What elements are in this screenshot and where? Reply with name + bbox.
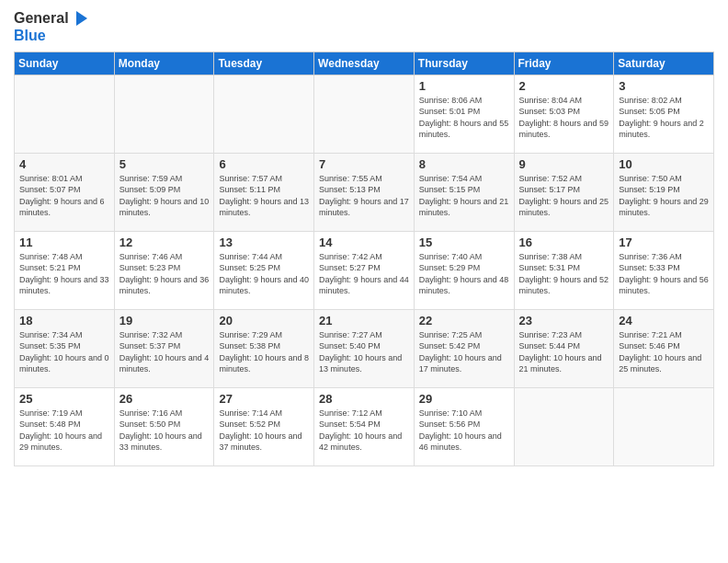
col-header-monday: Monday xyxy=(114,52,214,75)
day-cell xyxy=(314,75,415,153)
day-number: 1 xyxy=(419,79,509,93)
day-info: Sunrise: 7:10 AMSunset: 5:56 PMDaylight:… xyxy=(419,408,509,454)
day-info: Sunrise: 7:52 AMSunset: 5:17 PMDaylight:… xyxy=(519,173,609,219)
day-cell: 14Sunrise: 7:42 AMSunset: 5:27 PMDayligh… xyxy=(314,231,415,309)
day-number: 9 xyxy=(519,157,609,171)
day-info: Sunrise: 7:19 AMSunset: 5:48 PMDaylight:… xyxy=(19,408,109,454)
day-cell: 6Sunrise: 7:57 AMSunset: 5:11 PMDaylight… xyxy=(214,153,314,231)
day-number: 26 xyxy=(119,392,210,406)
day-info: Sunrise: 7:34 AMSunset: 5:35 PMDaylight:… xyxy=(19,329,109,375)
day-info: Sunrise: 7:16 AMSunset: 5:50 PMDaylight:… xyxy=(119,408,210,454)
day-info: Sunrise: 7:29 AMSunset: 5:38 PMDaylight:… xyxy=(219,329,309,375)
day-info: Sunrise: 8:02 AMSunset: 5:05 PMDaylight:… xyxy=(619,95,709,141)
week-row-5: 25Sunrise: 7:19 AMSunset: 5:48 PMDayligh… xyxy=(15,387,714,465)
day-cell: 20Sunrise: 7:29 AMSunset: 5:38 PMDayligh… xyxy=(214,309,314,387)
logo-arrow-icon xyxy=(71,9,89,28)
day-info: Sunrise: 7:40 AMSunset: 5:29 PMDaylight:… xyxy=(419,251,509,297)
day-cell: 16Sunrise: 7:38 AMSunset: 5:31 PMDayligh… xyxy=(514,231,614,309)
week-row-3: 11Sunrise: 7:48 AMSunset: 5:21 PMDayligh… xyxy=(15,231,714,309)
day-info: Sunrise: 7:12 AMSunset: 5:54 PMDaylight:… xyxy=(319,408,409,454)
day-cell: 4Sunrise: 8:01 AMSunset: 5:07 PMDaylight… xyxy=(15,153,115,231)
day-number: 10 xyxy=(619,157,709,171)
day-info: Sunrise: 7:23 AMSunset: 5:44 PMDaylight:… xyxy=(519,329,609,375)
logo-general: General xyxy=(14,10,69,27)
day-cell xyxy=(114,75,214,153)
day-number: 18 xyxy=(19,314,109,327)
day-cell: 18Sunrise: 7:34 AMSunset: 5:35 PMDayligh… xyxy=(15,309,115,387)
day-info: Sunrise: 7:14 AMSunset: 5:52 PMDaylight:… xyxy=(219,408,309,454)
day-number: 11 xyxy=(19,236,109,249)
day-number: 23 xyxy=(519,314,609,327)
day-number: 19 xyxy=(119,314,210,327)
day-cell: 10Sunrise: 7:50 AMSunset: 5:19 PMDayligh… xyxy=(614,153,714,231)
day-number: 25 xyxy=(19,392,109,406)
page-header: General Blue xyxy=(14,9,714,44)
day-info: Sunrise: 7:36 AMSunset: 5:33 PMDaylight:… xyxy=(619,251,709,297)
col-header-thursday: Thursday xyxy=(414,52,514,75)
day-cell xyxy=(15,75,115,153)
col-header-sunday: Sunday xyxy=(15,52,115,75)
day-cell: 17Sunrise: 7:36 AMSunset: 5:33 PMDayligh… xyxy=(614,231,714,309)
day-info: Sunrise: 7:44 AMSunset: 5:25 PMDaylight:… xyxy=(219,251,309,297)
day-cell: 26Sunrise: 7:16 AMSunset: 5:50 PMDayligh… xyxy=(114,387,214,465)
day-cell: 24Sunrise: 7:21 AMSunset: 5:46 PMDayligh… xyxy=(614,309,714,387)
day-cell: 23Sunrise: 7:23 AMSunset: 5:44 PMDayligh… xyxy=(514,309,614,387)
day-info: Sunrise: 8:01 AMSunset: 5:07 PMDaylight:… xyxy=(19,173,109,219)
day-number: 17 xyxy=(619,236,709,249)
col-header-tuesday: Tuesday xyxy=(214,52,314,75)
day-info: Sunrise: 7:48 AMSunset: 5:21 PMDaylight:… xyxy=(19,251,109,297)
day-number: 22 xyxy=(419,314,509,327)
day-cell xyxy=(214,75,314,153)
logo: General Blue xyxy=(14,9,89,44)
day-number: 15 xyxy=(419,236,509,249)
day-number: 28 xyxy=(319,392,409,406)
day-number: 20 xyxy=(219,314,309,327)
logo-blue: Blue xyxy=(14,28,89,44)
day-info: Sunrise: 7:46 AMSunset: 5:23 PMDaylight:… xyxy=(119,251,210,297)
day-info: Sunrise: 7:59 AMSunset: 5:09 PMDaylight:… xyxy=(119,173,210,219)
day-cell: 8Sunrise: 7:54 AMSunset: 5:15 PMDaylight… xyxy=(414,153,514,231)
day-cell: 21Sunrise: 7:27 AMSunset: 5:40 PMDayligh… xyxy=(314,309,415,387)
day-cell xyxy=(614,387,714,465)
day-info: Sunrise: 7:57 AMSunset: 5:11 PMDaylight:… xyxy=(219,173,309,219)
day-number: 14 xyxy=(319,236,409,249)
day-number: 21 xyxy=(319,314,409,327)
day-number: 24 xyxy=(619,314,709,327)
day-cell: 27Sunrise: 7:14 AMSunset: 5:52 PMDayligh… xyxy=(214,387,314,465)
day-cell: 3Sunrise: 8:02 AMSunset: 5:05 PMDaylight… xyxy=(614,75,714,153)
day-info: Sunrise: 7:55 AMSunset: 5:13 PMDaylight:… xyxy=(319,173,409,219)
day-cell: 1Sunrise: 8:06 AMSunset: 5:01 PMDaylight… xyxy=(414,75,514,153)
day-number: 12 xyxy=(119,236,210,249)
calendar-table: SundayMondayTuesdayWednesdayThursdayFrid… xyxy=(14,52,714,466)
logo-container: General Blue xyxy=(14,9,89,44)
day-number: 16 xyxy=(519,236,609,249)
col-header-wednesday: Wednesday xyxy=(314,52,415,75)
day-info: Sunrise: 7:38 AMSunset: 5:31 PMDaylight:… xyxy=(519,251,609,297)
day-cell: 29Sunrise: 7:10 AMSunset: 5:56 PMDayligh… xyxy=(414,387,514,465)
day-number: 7 xyxy=(319,157,409,171)
week-row-4: 18Sunrise: 7:34 AMSunset: 5:35 PMDayligh… xyxy=(15,309,714,387)
day-info: Sunrise: 7:27 AMSunset: 5:40 PMDaylight:… xyxy=(319,329,409,375)
day-info: Sunrise: 8:04 AMSunset: 5:03 PMDaylight:… xyxy=(519,95,609,141)
day-cell: 7Sunrise: 7:55 AMSunset: 5:13 PMDaylight… xyxy=(314,153,415,231)
col-header-friday: Friday xyxy=(514,52,614,75)
day-number: 8 xyxy=(419,157,509,171)
day-cell: 5Sunrise: 7:59 AMSunset: 5:09 PMDaylight… xyxy=(114,153,214,231)
day-info: Sunrise: 7:25 AMSunset: 5:42 PMDaylight:… xyxy=(419,329,509,375)
day-cell: 2Sunrise: 8:04 AMSunset: 5:03 PMDaylight… xyxy=(514,75,614,153)
day-cell: 15Sunrise: 7:40 AMSunset: 5:29 PMDayligh… xyxy=(414,231,514,309)
day-info: Sunrise: 7:32 AMSunset: 5:37 PMDaylight:… xyxy=(119,329,210,375)
day-cell: 19Sunrise: 7:32 AMSunset: 5:37 PMDayligh… xyxy=(114,309,214,387)
day-cell: 28Sunrise: 7:12 AMSunset: 5:54 PMDayligh… xyxy=(314,387,415,465)
day-cell: 25Sunrise: 7:19 AMSunset: 5:48 PMDayligh… xyxy=(15,387,115,465)
day-cell: 22Sunrise: 7:25 AMSunset: 5:42 PMDayligh… xyxy=(414,309,514,387)
day-info: Sunrise: 7:54 AMSunset: 5:15 PMDaylight:… xyxy=(419,173,509,219)
day-info: Sunrise: 8:06 AMSunset: 5:01 PMDaylight:… xyxy=(419,95,509,141)
day-number: 5 xyxy=(119,157,210,171)
day-cell: 9Sunrise: 7:52 AMSunset: 5:17 PMDaylight… xyxy=(514,153,614,231)
day-cell: 11Sunrise: 7:48 AMSunset: 5:21 PMDayligh… xyxy=(15,231,115,309)
day-info: Sunrise: 7:42 AMSunset: 5:27 PMDaylight:… xyxy=(319,251,409,297)
day-number: 2 xyxy=(519,79,609,93)
day-number: 27 xyxy=(219,392,309,406)
day-info: Sunrise: 7:21 AMSunset: 5:46 PMDaylight:… xyxy=(619,329,709,375)
